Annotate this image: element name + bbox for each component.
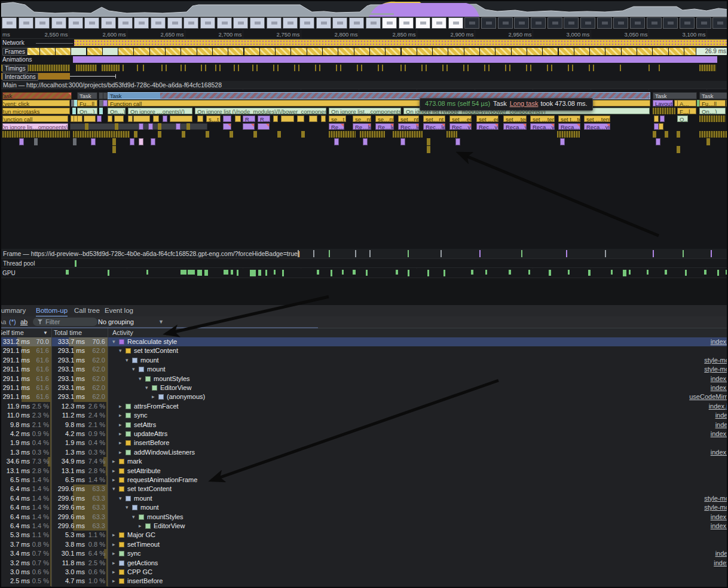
activity-name[interactable]: Major GC [127,531,155,538]
collapse-arrow-icon[interactable]: ▾ [112,485,118,493]
table-row[interactable]: 291.1 ms61.6 %293.1 ms62.0 %▾set textCon… [1,346,728,355]
frame-cell-partial[interactable] [559,48,574,55]
flame-bar[interactable]: Fu…ll [699,100,726,107]
flame-bar[interactable]: Reca…yle [503,123,527,130]
track-frames[interactable]: Frames 26.9 ms [1,47,728,56]
filmstrip-thumbnail[interactable] [19,17,33,29]
tab-summary[interactable]: Summary [0,305,26,316]
flame-bar[interactable]: A… [677,100,696,107]
filmstrip-thumbnail[interactable] [366,17,381,29]
source-location-link[interactable]: index.js [711,513,728,522]
frame-cell-partial[interactable] [386,48,401,55]
timing-mark[interactable] [509,65,510,71]
activity-name[interactable]: mount [147,365,166,373]
column-total-time[interactable]: Total time [54,328,82,337]
activity-name[interactable]: mountStyles [154,375,190,382]
timing-mark[interactable] [620,65,621,71]
main-thread-title[interactable]: Main — http://localhost:3000/projects/bd… [1,81,728,89]
flame-bar[interactable] [77,115,82,123]
frame-cell-partial[interactable] [448,48,464,55]
flame-bar[interactable] [158,123,161,130]
collapse-arrow-icon[interactable]: ▾ [132,365,138,374]
timing-mark[interactable] [336,65,337,71]
filmstrip-thumbnail[interactable] [531,17,546,29]
flame-bar[interactable] [223,115,231,123]
flame-bar[interactable]: Re…le [375,123,394,130]
source-location-link[interactable]: style-mod [704,503,728,512]
filmstrip-thumbnail[interactable] [267,17,282,29]
flame-bar[interactable] [653,108,675,115]
flame-bar[interactable] [273,115,278,123]
frame-cell-partial[interactable] [166,48,181,55]
flame-bar[interactable] [163,115,167,123]
network-requests-bar[interactable] [74,39,728,46]
activity-name[interactable]: setAttribute [127,467,161,474]
flame-bar[interactable]: On…) [108,108,126,115]
frame-cell-partial[interactable] [653,48,668,55]
flame-bar[interactable] [656,138,660,145]
frame-cell-partial[interactable] [354,48,370,55]
filmstrip-thumbnail[interactable] [564,17,579,29]
flame-bar[interactable] [19,138,24,145]
source-location-link[interactable]: style-mod [704,356,728,365]
filmstrip-thumbnail[interactable] [217,17,232,29]
flame-bar[interactable]: Reca…yle [530,123,555,130]
collapse-arrow-icon[interactable]: ▾ [126,356,131,365]
flame-bar[interactable] [560,138,565,145]
timing-marks-block[interactable] [76,65,97,71]
table-row[interactable]: 1.3 ms0.3 %1.3 ms0.3 %▸addWindowListener… [1,448,728,457]
frame-cell-partial[interactable] [512,48,527,55]
flame-bar[interactable] [654,123,659,130]
activity-name[interactable]: updateAttrs [134,430,167,437]
filmstrip-thumbnail[interactable] [399,17,414,29]
timing-mark[interactable] [659,65,660,71]
expand-arrow-icon[interactable]: ▸ [112,531,118,540]
flame-bar[interactable] [170,115,192,123]
table-row[interactable]: 4.2 ms0.9 %4.2 ms0.9 %▸updateAttrsindex.… [1,429,728,438]
table-row[interactable]: 291.1 ms61.6 %293.1 ms62.0 %▾mountstyle-… [1,356,728,365]
timing-mark[interactable] [442,65,443,71]
frame-cell-partial[interactable] [87,48,103,55]
timing-mark[interactable] [484,65,485,71]
table-row[interactable]: 6.5 ms1.4 %6.5 ms1.4 %▸requestAnimationF… [1,476,728,485]
table-row[interactable]: 291.1 ms61.6 %293.1 ms62.0 %▾mountStyles… [1,374,728,383]
thread-pool-row[interactable]: Thread pool [1,259,728,268]
flame-bar[interactable] [235,115,241,123]
timing-mark[interactable] [185,65,186,71]
timing-mark[interactable] [215,65,216,71]
flame-bar[interactable] [659,123,663,130]
table-row[interactable]: 6.4 ms1.4 %299.6 ms63.3 %▾set textConten… [1,485,728,493]
flame-bar[interactable] [360,131,385,138]
frame-cell-partial[interactable] [527,48,543,55]
flame-bar[interactable] [108,115,112,123]
frame-cell-partial[interactable] [402,48,417,55]
frame-cell-idle[interactable] [71,48,87,55]
filmstrip-thumbnail[interactable] [680,17,695,29]
filmstrip-thumbnail[interactable] [35,17,50,29]
flame-bar[interactable]: Run microtasks [2,108,70,115]
source-location-link[interactable]: index.js [711,383,728,392]
source-location-link[interactable]: index. [715,411,728,420]
flame-bar[interactable]: Re…e [329,123,344,130]
flame-bar[interactable]: set …ent [449,115,472,123]
expand-arrow-icon[interactable]: ▸ [119,402,125,411]
filmstrip-thumbnail[interactable] [101,17,116,29]
activity-name[interactable]: insertBefore [127,577,163,584]
tab-event-log[interactable]: Event log [105,305,133,316]
filmstrip-thumbnail[interactable] [233,17,248,29]
flame-bar[interactable]: Event: click [2,100,70,107]
flame-bar[interactable] [91,138,96,145]
activity-name[interactable]: mountStyles [147,513,183,520]
grouping-caret-icon[interactable]: ▼ [158,316,164,328]
flame-bar[interactable]: set …tent [530,115,555,123]
collapse-arrow-icon[interactable]: ▾ [119,494,125,503]
table-row[interactable]: 6.4 ms1.4 %299.6 ms63.3 %▾mountstyle-mod [1,503,728,512]
expand-arrow-icon[interactable]: ▸ [112,577,118,586]
timing-mark[interactable] [361,65,362,71]
activity-name[interactable]: setAttrs [134,421,156,428]
timing-mark[interactable] [315,65,316,71]
frame-cell-partial[interactable] [495,48,511,55]
activity-name[interactable]: setTimeout [127,541,160,548]
frame-cell-partial[interactable] [213,48,228,55]
frame-cell-partial[interactable] [370,48,386,55]
